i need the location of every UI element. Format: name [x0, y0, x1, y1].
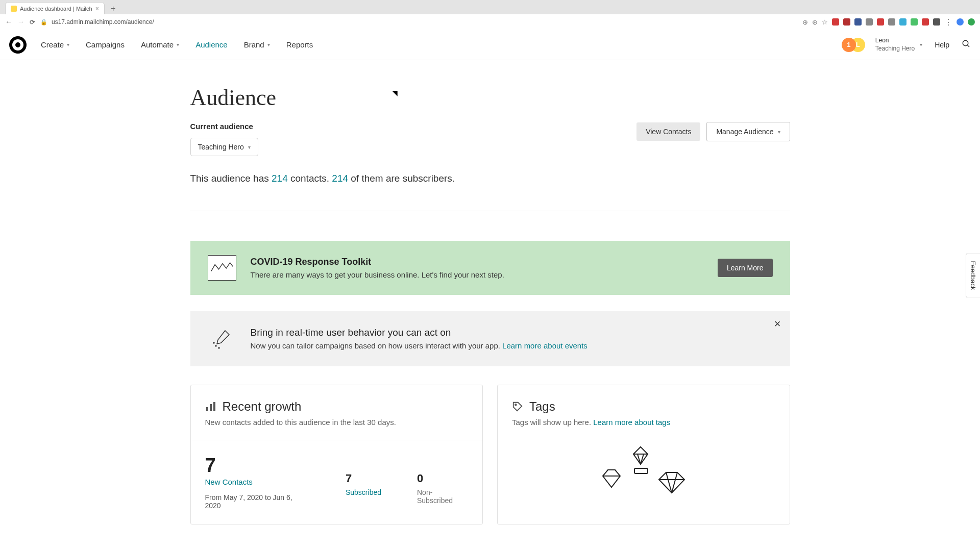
- close-icon[interactable]: ×: [774, 317, 781, 331]
- tab-bar: Audience dashboard | Mailch × +: [0, 0, 980, 14]
- user-name: Leon: [875, 37, 915, 45]
- nav-reports[interactable]: Reports: [286, 40, 313, 49]
- covid-banner: COVID-19 Response Toolkit There are many…: [190, 241, 790, 295]
- divider: [190, 211, 790, 211]
- ext-icon[interactable]: [888, 18, 895, 26]
- tags-title: Tags: [529, 399, 555, 414]
- avatar-icon: 1: [842, 38, 856, 52]
- svg-point-2: [215, 345, 216, 346]
- star-icon[interactable]: ☆: [822, 18, 828, 26]
- tag-icon: [512, 401, 523, 412]
- tags-subtitle: Tags will show up here. Learn more about…: [512, 418, 775, 427]
- mailchimp-logo[interactable]: [9, 36, 27, 54]
- zoom-icon[interactable]: ⊕: [812, 18, 818, 26]
- address-bar[interactable]: 🔒 us17.admin.mailchimp.com/audience/: [40, 18, 797, 26]
- current-audience-label: Current audience: [190, 122, 258, 131]
- address-row: ← → ⟳ 🔒 us17.admin.mailchimp.com/audienc…: [0, 14, 980, 30]
- nonsubscribed-number: 0: [417, 472, 468, 485]
- svg-point-3: [218, 347, 219, 348]
- ext-icon[interactable]: [854, 18, 862, 26]
- learn-more-button[interactable]: Learn More: [718, 259, 773, 277]
- svg-line-1: [967, 45, 969, 47]
- events-banner-title: Bring in real-time user behavior you can…: [251, 327, 773, 338]
- subscribers-count[interactable]: 214: [332, 173, 348, 184]
- menu-icon[interactable]: ⋮: [944, 17, 952, 27]
- events-banner: Bring in real-time user behavior you can…: [190, 311, 790, 366]
- svg-point-8: [515, 404, 517, 405]
- svg-rect-6: [210, 404, 212, 411]
- user-org: Teaching Hero: [875, 45, 915, 53]
- ext-icon[interactable]: [843, 18, 850, 26]
- ext-icon[interactable]: [899, 18, 906, 26]
- main-nav: Create▾ Campaigns Automate▾ Audience Bra…: [41, 40, 313, 49]
- audience-summary: This audience has 214 contacts. 214 of t…: [190, 171, 790, 186]
- feedback-tab[interactable]: Feedback: [966, 253, 980, 297]
- app-header: Create▾ Campaigns Automate▾ Audience Bra…: [0, 30, 980, 60]
- new-contacts-label[interactable]: New Contacts: [205, 478, 310, 486]
- favicon: [11, 6, 17, 12]
- chart-icon: [208, 255, 236, 281]
- tab-title: Audience dashboard | Mailch: [20, 6, 92, 12]
- growth-title: Recent growth: [223, 399, 302, 414]
- extension-icons: ⊕ ⊕ ☆ ⋮: [802, 17, 975, 27]
- svg-point-0: [963, 40, 968, 46]
- nav-campaigns[interactable]: Campaigns: [86, 40, 125, 49]
- nav-create[interactable]: Create▾: [41, 40, 69, 49]
- covid-banner-title: COVID-19 Response Toolkit: [251, 257, 703, 267]
- pencil-spark-icon: [208, 324, 236, 353]
- audience-select-value: Teaching Hero: [198, 143, 244, 151]
- back-button[interactable]: ←: [5, 18, 12, 26]
- chevron-down-icon: ▾: [778, 129, 780, 135]
- ext-icon[interactable]: [911, 18, 918, 26]
- url-text: us17.admin.mailchimp.com/audience/: [52, 18, 154, 26]
- subscribed-label[interactable]: Subscribed: [346, 488, 381, 496]
- browser-tab[interactable]: Audience dashboard | Mailch ×: [5, 2, 105, 14]
- diamonds-illustration: [593, 442, 695, 498]
- recent-growth-card: Recent growth New contacts added to this…: [190, 385, 483, 524]
- chevron-down-icon: ▾: [67, 42, 69, 47]
- manage-audience-button[interactable]: Manage Audience ▾: [706, 122, 790, 141]
- chevron-down-icon: ▾: [177, 42, 179, 47]
- learn-events-link[interactable]: Learn more about events: [502, 341, 587, 350]
- close-tab-icon[interactable]: ×: [95, 5, 99, 12]
- nonsubscribed-label: Non-Subscribed: [417, 488, 468, 505]
- translate-icon[interactable]: ⊕: [802, 18, 808, 26]
- user-menu[interactable]: 1 L Leon Teaching Hero ▾: [842, 37, 922, 53]
- page-content: Audience Current audience Teaching Hero …: [190, 60, 790, 524]
- forward-button[interactable]: →: [17, 18, 24, 26]
- page-title: Audience: [190, 85, 790, 111]
- subscribed-number: 7: [346, 472, 381, 485]
- nav-automate[interactable]: Automate▾: [141, 40, 179, 49]
- help-link[interactable]: Help: [935, 41, 949, 49]
- svg-rect-12: [634, 468, 648, 473]
- events-banner-subtitle: Now you can tailor campaigns based on ho…: [251, 341, 773, 350]
- chevron-down-icon: ▾: [267, 42, 270, 47]
- nav-audience[interactable]: Audience: [195, 40, 228, 49]
- growth-subtitle: New contacts added to this audience in t…: [205, 418, 469, 427]
- ext-icon[interactable]: [933, 18, 940, 26]
- svg-rect-7: [213, 402, 215, 411]
- chevron-down-icon: ▾: [920, 42, 922, 47]
- reload-button[interactable]: ⟳: [30, 18, 35, 26]
- nav-brand[interactable]: Brand▾: [244, 40, 270, 49]
- tags-card: Tags Tags will show up here. Learn more …: [497, 385, 790, 524]
- bar-chart-icon: [205, 401, 216, 412]
- ext-icon[interactable]: [877, 18, 884, 26]
- learn-tags-link[interactable]: Learn more about tags: [593, 418, 670, 427]
- svg-rect-5: [206, 407, 208, 411]
- covid-banner-subtitle: There are many ways to get your business…: [251, 270, 703, 279]
- ext-icon[interactable]: [922, 18, 929, 26]
- svg-point-4: [213, 342, 214, 343]
- ext-icon[interactable]: [866, 18, 873, 26]
- ext-icon[interactable]: [832, 18, 839, 26]
- search-icon[interactable]: [962, 39, 971, 51]
- audience-select[interactable]: Teaching Hero ▾: [190, 138, 258, 156]
- growth-date-range: From May 7, 2020 to Jun 6, 2020: [205, 493, 310, 510]
- profile-icon[interactable]: [957, 18, 964, 26]
- chevron-down-icon: ▾: [248, 144, 251, 150]
- contacts-count[interactable]: 214: [272, 173, 288, 184]
- view-contacts-button[interactable]: View Contacts: [636, 122, 700, 141]
- browser-chrome: Audience dashboard | Mailch × + ← → ⟳ 🔒 …: [0, 0, 980, 30]
- ext-icon[interactable]: [968, 18, 975, 26]
- new-tab-button[interactable]: +: [108, 3, 119, 14]
